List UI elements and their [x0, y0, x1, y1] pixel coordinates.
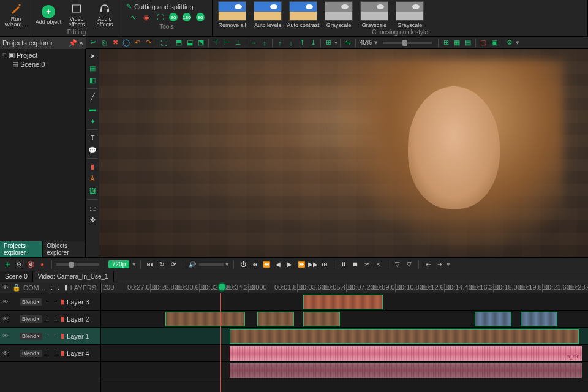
- blend-dropdown[interactable]: Blend ▾: [20, 333, 42, 340]
- expander-icon[interactable]: ⊟: [2, 52, 7, 58]
- bars-icon[interactable]: ▮: [61, 332, 64, 340]
- quick-style-item[interactable]: Auto contrast: [286, 1, 320, 28]
- pin-icon[interactable]: 📌: [69, 39, 77, 47]
- add-track-icon[interactable]: ⊕: [2, 260, 12, 270]
- mirror-icon[interactable]: ⇋: [343, 38, 353, 48]
- text-tool[interactable]: T: [87, 132, 98, 143]
- split-icon[interactable]: ⎋: [374, 260, 383, 270]
- redo-icon[interactable]: ↷: [143, 38, 153, 48]
- mute-icon[interactable]: 🔇: [26, 260, 36, 270]
- eye-icon[interactable]: 👁: [2, 284, 10, 291]
- chart-tool[interactable]: ▮: [87, 161, 98, 172]
- track-extra[interactable]: [101, 362, 588, 379]
- timeline-ruler[interactable]: 20000:27.00000:28.80000:30.60000:32.4000…: [101, 282, 588, 293]
- eye-icon[interactable]: 👁: [2, 315, 10, 322]
- bars-icon[interactable]: ▮: [64, 284, 68, 292]
- blend-dropdown[interactable]: Blend ▾: [20, 350, 42, 357]
- clip[interactable]: [303, 312, 340, 326]
- quick-style-item[interactable]: Remove all: [215, 1, 249, 28]
- rotate-right-icon[interactable]: 90: [195, 12, 206, 23]
- rect-tool[interactable]: ▬: [87, 104, 98, 115]
- wave-col-icon[interactable]: ⋮⋮: [48, 284, 62, 292]
- audio-icon[interactable]: ⋮⋮: [45, 298, 58, 306]
- step-fwd-icon[interactable]: ▶▶: [308, 260, 318, 270]
- forward-icon[interactable]: ⏩: [296, 260, 306, 270]
- target-icon[interactable]: ◉: [141, 12, 152, 23]
- clip[interactable]: [257, 312, 294, 326]
- resolution-chip[interactable]: 720p: [108, 260, 129, 268]
- playhead[interactable]: [221, 293, 221, 392]
- stop-icon[interactable]: ⏹: [350, 260, 360, 270]
- marker-2-icon[interactable]: ▽: [404, 260, 414, 270]
- distribute-h-icon[interactable]: ↔: [249, 38, 258, 48]
- clip[interactable]: [165, 312, 245, 326]
- quick-style-item[interactable]: Grayscale: [357, 1, 391, 28]
- play-icon[interactable]: ▶: [285, 260, 295, 270]
- layer-up-icon[interactable]: ↑: [275, 38, 285, 48]
- align-left-icon[interactable]: ⬒: [174, 38, 184, 48]
- settings-icon[interactable]: ⚙: [505, 38, 514, 48]
- tree-scene[interactable]: ▤ Scene 0: [2, 59, 83, 69]
- lock-icon[interactable]: 🔒: [12, 284, 21, 292]
- layer-down-icon[interactable]: ↓: [286, 38, 296, 48]
- add-object-button[interactable]: + Add object: [35, 1, 62, 28]
- audio-waveform[interactable]: S_t20: [230, 346, 582, 361]
- track-zoom-slider[interactable]: [56, 263, 99, 266]
- remove-track-icon[interactable]: ⊖: [14, 260, 24, 270]
- video-effects-button[interactable]: Video effects: [63, 1, 90, 28]
- snap-icon[interactable]: ⊞: [323, 38, 333, 48]
- marker-1-icon[interactable]: ▽: [393, 260, 402, 270]
- col-layers[interactable]: LAYERS: [70, 284, 97, 292]
- bars-icon[interactable]: ▮: [61, 349, 64, 357]
- audio-icon[interactable]: ⋮⋮: [45, 332, 58, 340]
- align-middle-icon[interactable]: ⊢: [222, 38, 232, 48]
- loop-icon[interactable]: ↻: [157, 260, 167, 270]
- preview-canvas[interactable]: [99, 49, 588, 257]
- bars-icon[interactable]: ▮: [61, 315, 64, 323]
- layer-front-icon[interactable]: ⤒: [297, 38, 307, 48]
- safe-icon[interactable]: ▣: [489, 38, 499, 48]
- eye-icon[interactable]: 👁: [2, 298, 10, 305]
- align-top-icon[interactable]: ⊤: [211, 38, 221, 48]
- track-header[interactable]: 👁Blend ▾⋮⋮▮Layer 2: [0, 311, 100, 328]
- quick-style-item[interactable]: Grayscale: [393, 1, 427, 28]
- power-icon[interactable]: ⏻: [238, 260, 248, 270]
- tab-objects-explorer[interactable]: Objects explorer: [43, 241, 85, 257]
- track-header[interactable]: 👁Blend ▾⋮⋮▮Layer 1: [0, 328, 100, 345]
- expand-icon[interactable]: ⛶: [159, 38, 168, 48]
- clip[interactable]: [521, 312, 557, 326]
- audio-icon[interactable]: ⋮⋮: [45, 315, 58, 323]
- blob-tool[interactable]: ✦: [87, 116, 98, 127]
- blend-dropdown[interactable]: Blend ▾: [20, 298, 42, 306]
- tab-projects-explorer[interactable]: Projects explorer: [0, 241, 43, 257]
- align-center-h-icon[interactable]: ⬓: [185, 38, 195, 48]
- prev-frame-icon[interactable]: ⏮: [145, 260, 155, 270]
- delete-icon[interactable]: ✖: [110, 38, 120, 48]
- track-header[interactable]: 👁Blend ▾⋮⋮▮Layer 4: [0, 345, 100, 362]
- align-bottom-icon[interactable]: ⊥: [233, 38, 243, 48]
- circle-tool-icon[interactable]: ◯: [121, 38, 131, 48]
- comment-tool[interactable]: 💬: [87, 145, 98, 156]
- col-com[interactable]: COM…: [23, 284, 46, 292]
- tab-video-clip[interactable]: Video: Camera_In_Use_1: [33, 271, 114, 282]
- goto-start-icon[interactable]: ⇤: [423, 260, 433, 270]
- step-back-icon[interactable]: ⏪: [262, 260, 271, 270]
- audio-waveform-2[interactable]: [230, 363, 582, 378]
- media-tool[interactable]: 🖼: [87, 186, 98, 197]
- run-wizard-button[interactable]: Run Wizard…: [2, 1, 29, 28]
- blend-dropdown[interactable]: Blend ▾: [20, 315, 42, 323]
- timeline-tracks[interactable]: S_t20: [101, 293, 588, 392]
- zoom-slider[interactable]: [383, 42, 432, 44]
- wave-icon[interactable]: ∿: [127, 12, 138, 23]
- move-tool[interactable]: ✥: [87, 214, 98, 225]
- back-icon[interactable]: ◀: [273, 260, 283, 270]
- bounds-icon[interactable]: ▢: [478, 38, 488, 48]
- view-1-icon[interactable]: ▦: [452, 38, 462, 48]
- close-icon[interactable]: ×: [80, 39, 83, 47]
- first-icon[interactable]: ⏮: [250, 260, 260, 270]
- bars-icon[interactable]: ▮: [61, 298, 64, 306]
- track-layer-4[interactable]: S_t20: [101, 345, 588, 362]
- bucket-tool[interactable]: ⬚: [87, 202, 98, 213]
- transform-tool[interactable]: ▦: [87, 62, 98, 74]
- zoom-value[interactable]: 45%: [358, 39, 373, 46]
